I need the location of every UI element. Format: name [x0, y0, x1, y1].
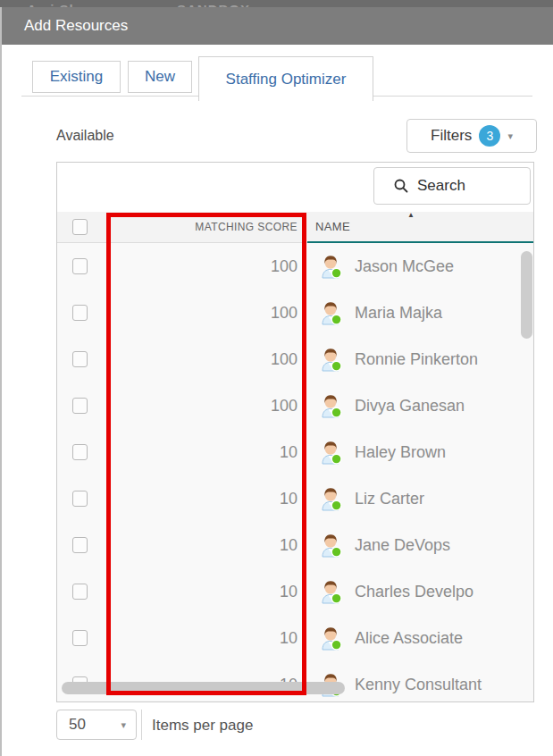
table-row[interactable]: 100 Divya Ganesan [57, 382, 533, 429]
available-resources-grid: Search MATCHING SCORE ▲ NAME 100 [56, 162, 534, 702]
available-section-label: Available [56, 128, 114, 144]
row-name-cell: Divya Ganesan [307, 382, 533, 429]
modal-title: Add Resources [24, 17, 128, 35]
row-checkbox[interactable] [72, 351, 88, 367]
person-avatar-icon [319, 347, 342, 372]
row-checkbox[interactable] [72, 444, 88, 460]
person-avatar-icon [319, 300, 342, 325]
search-placeholder: Search [417, 177, 465, 195]
row-checkbox[interactable] [72, 584, 88, 600]
name-column-header[interactable]: ▲ NAME [307, 212, 533, 242]
row-checkbox-cell [57, 336, 107, 382]
row-checkbox[interactable] [72, 630, 88, 646]
row-name-label: Liz Carter [355, 490, 424, 508]
horizontal-scrollbar[interactable] [62, 682, 345, 694]
grid-header-row: MATCHING SCORE ▲ NAME [57, 212, 533, 243]
row-checkbox-cell [57, 382, 107, 429]
row-checkbox[interactable] [72, 258, 88, 274]
row-name-label: Ronnie Pinkerton [355, 350, 478, 369]
row-checkbox[interactable] [72, 398, 88, 414]
table-row[interactable]: 10 Charles Develpo [57, 568, 533, 615]
tab-existing[interactable]: Existing [32, 61, 121, 93]
row-name-label: Jason McGee [355, 257, 454, 276]
vertical-scrollbar[interactable] [521, 251, 532, 339]
tab-existing-label: Existing [50, 68, 104, 86]
row-checkbox-cell [57, 615, 107, 661]
row-name-cell: Jane DeVops [307, 522, 533, 568]
person-avatar-icon [319, 254, 342, 279]
grid-toolbar: Search [57, 163, 533, 212]
filters-count-badge: 3 [479, 125, 500, 147]
row-matching-score: 100 [107, 243, 307, 290]
row-matching-score: 10 [107, 429, 307, 475]
row-checkbox[interactable] [72, 491, 88, 507]
row-matching-score: 100 [107, 290, 307, 336]
page-size-value: 50 [57, 716, 121, 734]
chevron-down-icon: ▾ [507, 130, 513, 142]
row-checkbox-cell [57, 522, 107, 568]
table-row[interactable]: 100 Jason McGee [57, 243, 533, 290]
row-name-cell: Haley Brown [307, 429, 533, 475]
row-name-cell: Jason McGee [307, 243, 533, 290]
row-checkbox-cell [57, 243, 107, 290]
tab-staffing-optimizer-label: Staffing Optimizer [226, 71, 347, 88]
row-checkbox[interactable] [72, 537, 88, 553]
filters-button-label: Filters [431, 127, 472, 145]
header-checkbox-cell [57, 212, 107, 242]
row-name-label: Divya Ganesan [355, 397, 465, 416]
row-name-label: Maria Majka [355, 304, 442, 323]
modal-header: Add Resources [2, 7, 553, 45]
row-name-label: Jane DeVops [355, 536, 450, 555]
tab-staffing-optimizer[interactable]: Staffing Optimizer [198, 56, 373, 101]
row-matching-score: 10 [107, 568, 307, 615]
row-checkbox-cell [57, 429, 107, 475]
table-row[interactable]: 100 Ronnie Pinkerton [57, 336, 533, 382]
background-page-strip: Ami Sh SANDBOX [0, 0, 553, 7]
row-checkbox-cell [57, 568, 107, 615]
row-name-cell: Charles Develpo [307, 568, 533, 615]
person-avatar-icon [319, 440, 342, 465]
row-matching-score: 100 [107, 382, 307, 429]
sandbox-label: SANDBOX [177, 1, 250, 7]
row-checkbox[interactable] [72, 305, 88, 321]
background-left-edge [0, 7, 2, 756]
row-name-cell: Alice Associate [307, 615, 533, 661]
row-matching-score: 10 [107, 475, 307, 522]
table-row[interactable]: 100 Maria Majka [57, 290, 533, 336]
person-avatar-icon [319, 533, 342, 558]
row-name-label: Alice Associate [355, 629, 463, 648]
search-input[interactable]: Search [373, 167, 531, 205]
chevron-down-icon: ▾ [121, 719, 136, 731]
person-avatar-icon [319, 626, 342, 651]
page-size-dropdown[interactable]: 50 ▾ [56, 710, 137, 740]
row-checkbox-cell [57, 475, 107, 522]
table-row[interactable]: 10 Liz Carter [57, 475, 533, 522]
items-per-page-label: Items per page [152, 717, 253, 735]
screen: Ami Sh SANDBOX Add Resources Existing Ne… [0, 0, 553, 756]
person-avatar-icon [319, 579, 342, 604]
person-avatar-icon [319, 486, 342, 511]
matching-score-column-header[interactable]: MATCHING SCORE [107, 212, 307, 242]
table-row[interactable]: 10 Alice Associate [57, 615, 533, 661]
name-header-label: NAME [315, 220, 350, 233]
row-matching-score: 10 [107, 522, 307, 568]
row-matching-score: 10 [107, 615, 307, 661]
row-name-cell: Liz Carter [307, 475, 533, 522]
table-row[interactable]: 10 Jane DeVops [57, 522, 533, 568]
table-row[interactable]: 10 Haley Brown [57, 429, 533, 475]
row-checkbox-cell [57, 290, 107, 336]
filters-button[interactable]: Filters 3 ▾ [406, 119, 537, 153]
row-name-cell: Ronnie Pinkerton [307, 336, 533, 382]
matching-score-header-label: MATCHING SCORE [195, 221, 297, 233]
sort-ascending-icon: ▲ [407, 211, 415, 219]
tab-new-label: New [145, 68, 175, 86]
select-all-checkbox[interactable] [72, 219, 88, 235]
pager-divider [141, 710, 142, 740]
row-name-label: Kenny Consultant [355, 676, 482, 694]
search-icon [394, 179, 408, 193]
background-app-text: Ami Sh [27, 1, 79, 7]
row-matching-score: 100 [107, 336, 307, 382]
tab-new[interactable]: New [128, 61, 192, 93]
person-avatar-icon [319, 393, 342, 418]
row-name-cell: Maria Majka [307, 290, 533, 336]
